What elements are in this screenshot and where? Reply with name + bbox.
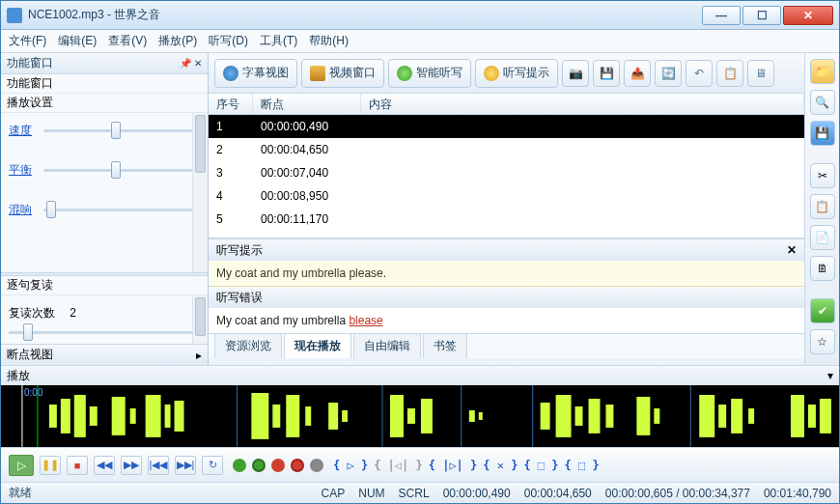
svg-rect-19	[421, 399, 433, 434]
copy2-button[interactable]: 📋	[810, 194, 835, 219]
svg-rect-31	[731, 399, 742, 434]
tab-resource[interactable]: 资源浏览	[214, 333, 282, 358]
film-icon	[310, 66, 325, 81]
disk-button[interactable]: 💾	[810, 121, 835, 146]
next-button[interactable]: ▶▶|	[175, 456, 196, 475]
copy-button[interactable]: 📋	[716, 60, 743, 87]
col-seq[interactable]: 序号	[209, 94, 253, 114]
star-button[interactable]: ☆	[810, 329, 835, 354]
loop-button[interactable]: ↻	[202, 456, 223, 475]
reverb-label[interactable]: 混响	[9, 202, 43, 218]
pause-button[interactable]: ❚❚	[40, 456, 61, 475]
red-ring-icon[interactable]	[291, 459, 304, 472]
menu-file[interactable]: 文件(F)	[9, 33, 46, 49]
table-row[interactable]: 500:00:11,170	[209, 208, 804, 231]
close-button[interactable]: ✕	[783, 6, 833, 25]
table-row[interactable]: 400:00:08,950	[209, 184, 804, 208]
svg-rect-23	[556, 395, 572, 437]
play-settings-header[interactable]: 播放设置	[1, 94, 208, 113]
repeat-slider[interactable]	[9, 331, 194, 334]
func-window-header[interactable]: 功能窗口 📌 ✕	[1, 53, 208, 74]
smart-dictation-button[interactable]: 智能听写	[388, 59, 471, 88]
tab-nowplaying[interactable]: 现在播放	[284, 333, 351, 358]
bottom-tabs: 资源浏览 现在播放 自由编辑 书签	[209, 333, 804, 358]
play-dropdown-icon[interactable]: ▾	[827, 369, 833, 382]
balance-slider[interactable]	[43, 169, 194, 172]
gray-dot-icon[interactable]	[310, 459, 323, 472]
bracket-e[interactable]: { ⬚ }	[523, 459, 558, 472]
folder-button[interactable]: 📁	[810, 59, 835, 84]
svg-rect-32	[748, 408, 754, 424]
bracket-next[interactable]: { |▷| }	[429, 459, 478, 472]
hint-close-button[interactable]: ✕	[787, 243, 797, 257]
menu-edit[interactable]: 编辑(E)	[58, 33, 97, 49]
bracket-play[interactable]: { ▷ }	[333, 459, 368, 472]
speed-label[interactable]: 速度	[9, 123, 43, 139]
menu-help[interactable]: 帮助(H)	[309, 33, 349, 49]
video-window-button[interactable]: 视频窗口	[301, 59, 384, 88]
func-window-sub[interactable]: 功能窗口	[1, 74, 208, 94]
menu-bar: 文件(F) 编辑(E) 查看(V) 播放(P) 听写(D) 工具(T) 帮助(H…	[1, 30, 839, 53]
save-button[interactable]: 💾	[593, 60, 620, 87]
bracket-f[interactable]: { ⬚ }	[565, 459, 600, 472]
repeat-scrollbar[interactable]	[192, 295, 208, 344]
undo-button[interactable]: ↶	[686, 60, 713, 87]
red-dot-icon[interactable]	[271, 459, 285, 472]
reverb-slider[interactable]	[43, 209, 194, 211]
chevron-right-icon[interactable]: ▸	[196, 349, 202, 362]
breakpoint-view-header[interactable]: 断点视图 ▸	[1, 344, 208, 365]
prev-button[interactable]: |◀◀	[148, 456, 169, 475]
doc-button[interactable]: 🗎	[810, 256, 835, 281]
col-content[interactable]: 内容	[361, 94, 804, 114]
tab-bookmark[interactable]: 书签	[423, 333, 467, 358]
forward-button[interactable]: ▶▶	[121, 456, 142, 475]
hint-text: My coat and my umbrella please.	[209, 261, 804, 287]
minimize-button[interactable]: —	[702, 6, 741, 25]
green-dot-icon[interactable]	[233, 459, 246, 472]
balance-label[interactable]: 平衡	[9, 162, 43, 179]
status-ready: 就绪	[9, 485, 32, 501]
play-header: 播放 ▾	[1, 366, 839, 385]
status-num: NUM	[358, 487, 384, 500]
svg-rect-3	[61, 399, 70, 434]
title-bar[interactable]: NCE1002.mp3 - 世界之音 — ☐ ✕	[1, 1, 839, 30]
camera-button[interactable]: 📷	[562, 60, 589, 87]
bracket-del[interactable]: { ✕ }	[483, 459, 518, 472]
export-button[interactable]: 📤	[624, 60, 651, 87]
table-row[interactable]: 200:00:04,650	[209, 138, 804, 161]
maximize-button[interactable]: ☐	[742, 6, 781, 25]
menu-view[interactable]: 查看(V)	[108, 33, 147, 49]
dictation-hint-button[interactable]: 听写提示	[475, 59, 558, 88]
menu-play[interactable]: 播放(P)	[158, 33, 197, 49]
rewind-button[interactable]: ◀◀	[94, 456, 115, 475]
svg-rect-25	[589, 399, 601, 434]
svg-rect-35	[820, 399, 831, 434]
svg-rect-15	[328, 403, 338, 430]
ok-button[interactable]: ✔	[810, 298, 835, 323]
svg-rect-8	[146, 395, 161, 437]
subtitle-view-button[interactable]: 字幕视图	[214, 59, 297, 88]
play-button[interactable]: ▷	[9, 455, 34, 476]
svg-rect-17	[390, 395, 404, 437]
bracket-prev[interactable]: { |◁| }	[374, 459, 423, 472]
green-ring-icon[interactable]	[252, 459, 266, 472]
pin-icon[interactable]: 📌 ✕	[180, 58, 202, 69]
search-button[interactable]: 🔍	[810, 90, 835, 115]
paste-button[interactable]: 📄	[810, 225, 835, 250]
sentence-repeat-header[interactable]: 逐句复读	[1, 276, 208, 295]
cut-button[interactable]: ✂	[810, 163, 835, 188]
breakpoint-table: 序号 断点 内容 100:00:00,490200:00:04,650300:0…	[209, 94, 804, 238]
stop-button[interactable]: ■	[67, 456, 88, 475]
sidebar-scrollbar[interactable]	[192, 113, 208, 272]
waveform[interactable]: 0:00	[1, 385, 839, 447]
screen-button[interactable]: 🖥	[747, 60, 774, 87]
error-word: blease	[349, 314, 382, 327]
tab-freeedit[interactable]: 自由编辑	[353, 333, 421, 358]
table-row[interactable]: 100:00:00,490	[209, 115, 804, 138]
refresh-button[interactable]: 🔄	[655, 60, 682, 87]
menu-dictation[interactable]: 听写(D)	[209, 33, 248, 49]
col-bp[interactable]: 断点	[253, 94, 361, 114]
speed-slider[interactable]	[43, 129, 194, 132]
menu-tools[interactable]: 工具(T)	[260, 33, 297, 49]
table-row[interactable]: 300:00:07,040	[209, 161, 804, 184]
